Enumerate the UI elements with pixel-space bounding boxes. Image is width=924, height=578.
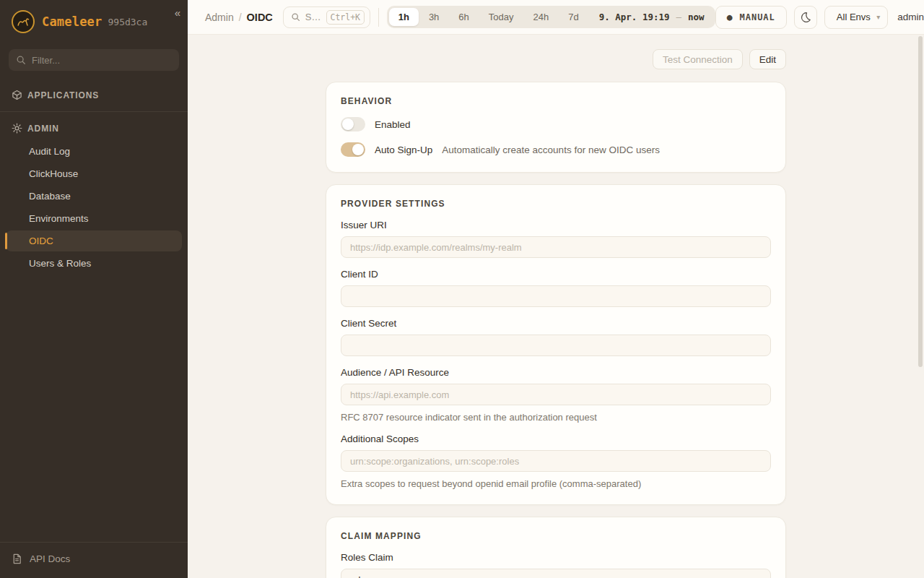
breadcrumb-current: OIDC (247, 12, 273, 23)
toggle-knob (342, 118, 354, 130)
field-label: Client Secret (341, 318, 771, 329)
theme-toggle-button[interactable] (794, 6, 817, 29)
field-label: Additional Scopes (341, 434, 771, 444)
sidebar-item-environments[interactable]: Environments (6, 208, 182, 229)
global-search-button[interactable]: S… Ctrl+K (283, 7, 370, 28)
sidebar-section-admin[interactable]: ADMIN (0, 118, 188, 138)
sidebar: Cameleer 995d3ca « APPLICATIONS ADMIN Au… (0, 0, 188, 578)
section-label: APPLICATIONS (27, 90, 99, 100)
sidebar-item-audit-log[interactable]: Audit Log (6, 141, 182, 162)
toggle-knob (352, 144, 364, 155)
sidebar-item-clickhouse[interactable]: ClickHouse (6, 163, 182, 184)
brand-name: Cameleer (42, 14, 102, 29)
audience-input[interactable] (341, 384, 771, 405)
range-3h[interactable]: 3h (419, 8, 448, 26)
camel-logo-icon (12, 10, 35, 33)
env-select[interactable]: All Envs ▾ (824, 6, 888, 29)
auto-signup-toggle-row: Auto Sign-Up Automatically create accoun… (341, 142, 771, 157)
additional-scopes-input[interactable] (341, 450, 771, 472)
search-hint: S… (305, 12, 321, 22)
sidebar-collapse-icon[interactable]: « (175, 7, 180, 18)
refresh-mode-label: MANUAL (739, 12, 775, 22)
scrollbar[interactable] (918, 36, 923, 367)
search-icon (291, 12, 300, 22)
sidebar-header: Cameleer 995d3ca « (0, 0, 188, 42)
env-select-value: All Envs (837, 12, 871, 22)
range-24h[interactable]: 24h (524, 8, 559, 26)
user-menu[interactable]: admin (897, 12, 924, 22)
time-dash: — (676, 12, 682, 22)
card-title: PROVIDER SETTINGS (341, 199, 771, 209)
issuer-uri-input[interactable] (341, 236, 771, 258)
toggle-label: Enabled (375, 119, 411, 130)
range-today[interactable]: Today (479, 8, 523, 26)
field-label: Roles Claim (341, 552, 771, 563)
toggle-label: Auto Sign-Up (375, 144, 432, 155)
field-help: RFC 8707 resource indicator sent in the … (341, 412, 771, 423)
sidebar-divider (0, 111, 188, 112)
toggle-description: Automatically create accounts for new OI… (442, 144, 660, 155)
main-area: Admin / OIDC S… Ctrl+K 1h 3h 6h Today 24… (188, 0, 924, 578)
sidebar-filter[interactable] (9, 49, 179, 71)
card-title: BEHAVIOR (341, 96, 771, 106)
breadcrumb-admin[interactable]: Admin (205, 12, 234, 23)
sidebar-section-applications[interactable]: APPLICATIONS (0, 85, 188, 105)
api-docs-link[interactable]: API Docs (0, 542, 188, 578)
edit-button[interactable]: Edit (749, 49, 786, 69)
breadcrumb: Admin / OIDC (205, 12, 273, 23)
time-to: now (688, 12, 705, 22)
claim-mapping-card: CLAIM MAPPING Roles Claim (326, 517, 786, 578)
refresh-mode-button[interactable]: ● MANUAL (715, 6, 787, 29)
provider-settings-card: PROVIDER SETTINGS Issuer URI Client ID C… (326, 184, 786, 505)
api-docs-label: API Docs (30, 553, 70, 564)
auto-signup-toggle[interactable] (341, 142, 365, 157)
card-title: CLAIM MAPPING (341, 531, 771, 541)
time-from: 9. Apr. 19:19 (599, 12, 670, 22)
sidebar-item-users-roles[interactable]: Users & Roles (6, 253, 182, 274)
field-help: Extra scopes to request beyond openid em… (341, 478, 771, 489)
section-label: ADMIN (27, 124, 59, 134)
roles-claim-input[interactable] (341, 569, 771, 578)
page-actions: Test Connection Edit (326, 49, 786, 69)
document-icon (12, 553, 22, 564)
brand-version: 995d3ca (108, 17, 147, 27)
range-7d[interactable]: 7d (559, 8, 588, 26)
filter-input[interactable] (32, 55, 172, 66)
moon-icon (800, 12, 811, 23)
topbar-divider (378, 8, 379, 27)
range-1h[interactable]: 1h (389, 8, 419, 26)
search-icon (16, 55, 26, 65)
box-icon (12, 90, 22, 100)
topbar: Admin / OIDC S… Ctrl+K 1h 3h 6h Today 24… (188, 0, 924, 35)
chevron-down-icon: ▾ (876, 13, 880, 21)
search-shortcut-badge: Ctrl+K (326, 10, 365, 25)
behavior-card: BEHAVIOR Enabled Auto Sign-Up Automatica… (326, 82, 786, 173)
field-label: Audience / API Resource (341, 367, 771, 378)
page-content: Test Connection Edit BEHAVIOR Enabled Au… (188, 35, 924, 578)
field-label: Client ID (341, 269, 771, 280)
test-connection-button[interactable]: Test Connection (653, 49, 743, 69)
enabled-toggle-row: Enabled (341, 117, 771, 131)
sidebar-item-database[interactable]: Database (6, 186, 182, 207)
breadcrumb-separator: / (239, 12, 242, 23)
range-6h[interactable]: 6h (449, 8, 478, 26)
field-label: Issuer URI (341, 220, 771, 230)
sidebar-nav: APPLICATIONS ADMIN Audit Log ClickHouse … (0, 85, 188, 275)
time-range-display[interactable]: 9. Apr. 19:19 — now (589, 12, 713, 22)
enabled-toggle[interactable] (341, 117, 365, 131)
client-id-input[interactable] (341, 285, 771, 307)
gear-icon (12, 123, 22, 134)
admin-nav-items: Audit Log ClickHouse Database Environmen… (0, 141, 188, 274)
status-dot: ● (727, 12, 733, 22)
time-range-segmented: 1h 3h 6h Today 24h 7d 9. Apr. 19:19 — no… (387, 6, 715, 28)
sidebar-item-oidc[interactable]: OIDC (6, 230, 182, 251)
client-secret-input[interactable] (341, 335, 771, 356)
